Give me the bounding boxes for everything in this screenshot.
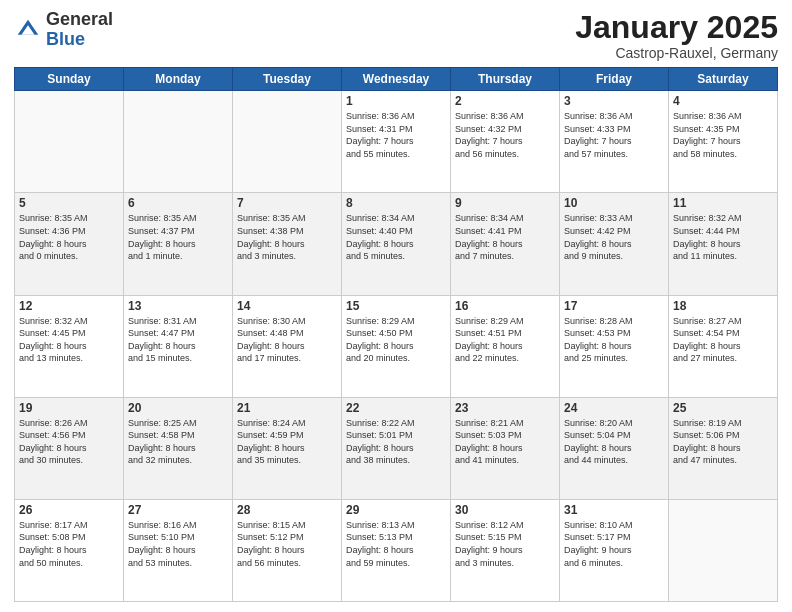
- calendar-header-tuesday: Tuesday: [233, 68, 342, 91]
- day-info: Sunrise: 8:31 AM Sunset: 4:47 PM Dayligh…: [128, 315, 228, 365]
- logo: General Blue: [14, 10, 113, 50]
- calendar-cell: 8Sunrise: 8:34 AM Sunset: 4:40 PM Daylig…: [342, 193, 451, 295]
- day-number: 12: [19, 299, 119, 313]
- logo-general: General: [46, 9, 113, 29]
- calendar-cell: 21Sunrise: 8:24 AM Sunset: 4:59 PM Dayli…: [233, 397, 342, 499]
- day-number: 28: [237, 503, 337, 517]
- day-number: 27: [128, 503, 228, 517]
- day-number: 7: [237, 196, 337, 210]
- day-number: 15: [346, 299, 446, 313]
- calendar-cell: 7Sunrise: 8:35 AM Sunset: 4:38 PM Daylig…: [233, 193, 342, 295]
- logo-icon: [14, 16, 42, 44]
- day-number: 25: [673, 401, 773, 415]
- calendar-week-row: 26Sunrise: 8:17 AM Sunset: 5:08 PM Dayli…: [15, 499, 778, 601]
- calendar-header-monday: Monday: [124, 68, 233, 91]
- day-number: 31: [564, 503, 664, 517]
- day-info: Sunrise: 8:29 AM Sunset: 4:51 PM Dayligh…: [455, 315, 555, 365]
- day-info: Sunrise: 8:13 AM Sunset: 5:13 PM Dayligh…: [346, 519, 446, 569]
- day-number: 2: [455, 94, 555, 108]
- calendar-cell: 12Sunrise: 8:32 AM Sunset: 4:45 PM Dayli…: [15, 295, 124, 397]
- calendar-cell: 26Sunrise: 8:17 AM Sunset: 5:08 PM Dayli…: [15, 499, 124, 601]
- calendar-week-row: 1Sunrise: 8:36 AM Sunset: 4:31 PM Daylig…: [15, 91, 778, 193]
- day-info: Sunrise: 8:27 AM Sunset: 4:54 PM Dayligh…: [673, 315, 773, 365]
- calendar-cell: 31Sunrise: 8:10 AM Sunset: 5:17 PM Dayli…: [560, 499, 669, 601]
- day-number: 17: [564, 299, 664, 313]
- calendar-cell: 17Sunrise: 8:28 AM Sunset: 4:53 PM Dayli…: [560, 295, 669, 397]
- day-number: 14: [237, 299, 337, 313]
- calendar-week-row: 19Sunrise: 8:26 AM Sunset: 4:56 PM Dayli…: [15, 397, 778, 499]
- day-number: 10: [564, 196, 664, 210]
- day-info: Sunrise: 8:22 AM Sunset: 5:01 PM Dayligh…: [346, 417, 446, 467]
- calendar-cell: 15Sunrise: 8:29 AM Sunset: 4:50 PM Dayli…: [342, 295, 451, 397]
- logo-text: General Blue: [46, 10, 113, 50]
- location: Castrop-Rauxel, Germany: [575, 45, 778, 61]
- calendar-cell: 9Sunrise: 8:34 AM Sunset: 4:41 PM Daylig…: [451, 193, 560, 295]
- day-number: 26: [19, 503, 119, 517]
- calendar-cell: 18Sunrise: 8:27 AM Sunset: 4:54 PM Dayli…: [669, 295, 778, 397]
- calendar-cell: 23Sunrise: 8:21 AM Sunset: 5:03 PM Dayli…: [451, 397, 560, 499]
- day-number: 16: [455, 299, 555, 313]
- day-info: Sunrise: 8:35 AM Sunset: 4:36 PM Dayligh…: [19, 212, 119, 262]
- calendar-cell: 19Sunrise: 8:26 AM Sunset: 4:56 PM Dayli…: [15, 397, 124, 499]
- calendar-cell: 10Sunrise: 8:33 AM Sunset: 4:42 PM Dayli…: [560, 193, 669, 295]
- day-info: Sunrise: 8:35 AM Sunset: 4:38 PM Dayligh…: [237, 212, 337, 262]
- day-info: Sunrise: 8:35 AM Sunset: 4:37 PM Dayligh…: [128, 212, 228, 262]
- day-info: Sunrise: 8:12 AM Sunset: 5:15 PM Dayligh…: [455, 519, 555, 569]
- day-info: Sunrise: 8:28 AM Sunset: 4:53 PM Dayligh…: [564, 315, 664, 365]
- day-number: 30: [455, 503, 555, 517]
- day-number: 21: [237, 401, 337, 415]
- day-info: Sunrise: 8:32 AM Sunset: 4:45 PM Dayligh…: [19, 315, 119, 365]
- day-number: 8: [346, 196, 446, 210]
- header: General Blue January 2025 Castrop-Rauxel…: [14, 10, 778, 61]
- day-info: Sunrise: 8:20 AM Sunset: 5:04 PM Dayligh…: [564, 417, 664, 467]
- day-number: 1: [346, 94, 446, 108]
- day-number: 20: [128, 401, 228, 415]
- calendar-cell: 6Sunrise: 8:35 AM Sunset: 4:37 PM Daylig…: [124, 193, 233, 295]
- day-info: Sunrise: 8:21 AM Sunset: 5:03 PM Dayligh…: [455, 417, 555, 467]
- title-block: January 2025 Castrop-Rauxel, Germany: [575, 10, 778, 61]
- day-number: 6: [128, 196, 228, 210]
- day-info: Sunrise: 8:25 AM Sunset: 4:58 PM Dayligh…: [128, 417, 228, 467]
- day-info: Sunrise: 8:33 AM Sunset: 4:42 PM Dayligh…: [564, 212, 664, 262]
- calendar-cell: [669, 499, 778, 601]
- calendar-week-row: 5Sunrise: 8:35 AM Sunset: 4:36 PM Daylig…: [15, 193, 778, 295]
- calendar-cell: 30Sunrise: 8:12 AM Sunset: 5:15 PM Dayli…: [451, 499, 560, 601]
- calendar-cell: 24Sunrise: 8:20 AM Sunset: 5:04 PM Dayli…: [560, 397, 669, 499]
- calendar-header-saturday: Saturday: [669, 68, 778, 91]
- calendar-cell: 29Sunrise: 8:13 AM Sunset: 5:13 PM Dayli…: [342, 499, 451, 601]
- day-info: Sunrise: 8:30 AM Sunset: 4:48 PM Dayligh…: [237, 315, 337, 365]
- calendar-cell: 13Sunrise: 8:31 AM Sunset: 4:47 PM Dayli…: [124, 295, 233, 397]
- calendar-cell: 16Sunrise: 8:29 AM Sunset: 4:51 PM Dayli…: [451, 295, 560, 397]
- calendar-cell: 3Sunrise: 8:36 AM Sunset: 4:33 PM Daylig…: [560, 91, 669, 193]
- day-info: Sunrise: 8:26 AM Sunset: 4:56 PM Dayligh…: [19, 417, 119, 467]
- day-number: 19: [19, 401, 119, 415]
- day-info: Sunrise: 8:36 AM Sunset: 4:32 PM Dayligh…: [455, 110, 555, 160]
- day-info: Sunrise: 8:15 AM Sunset: 5:12 PM Dayligh…: [237, 519, 337, 569]
- day-number: 4: [673, 94, 773, 108]
- calendar-cell: [15, 91, 124, 193]
- day-number: 13: [128, 299, 228, 313]
- day-info: Sunrise: 8:24 AM Sunset: 4:59 PM Dayligh…: [237, 417, 337, 467]
- day-info: Sunrise: 8:36 AM Sunset: 4:31 PM Dayligh…: [346, 110, 446, 160]
- calendar-header-wednesday: Wednesday: [342, 68, 451, 91]
- day-info: Sunrise: 8:32 AM Sunset: 4:44 PM Dayligh…: [673, 212, 773, 262]
- day-number: 18: [673, 299, 773, 313]
- day-info: Sunrise: 8:19 AM Sunset: 5:06 PM Dayligh…: [673, 417, 773, 467]
- calendar-week-row: 12Sunrise: 8:32 AM Sunset: 4:45 PM Dayli…: [15, 295, 778, 397]
- day-info: Sunrise: 8:36 AM Sunset: 4:33 PM Dayligh…: [564, 110, 664, 160]
- day-number: 23: [455, 401, 555, 415]
- calendar-cell: 1Sunrise: 8:36 AM Sunset: 4:31 PM Daylig…: [342, 91, 451, 193]
- calendar-cell: 20Sunrise: 8:25 AM Sunset: 4:58 PM Dayli…: [124, 397, 233, 499]
- calendar-cell: [233, 91, 342, 193]
- day-info: Sunrise: 8:29 AM Sunset: 4:50 PM Dayligh…: [346, 315, 446, 365]
- calendar-header-row: SundayMondayTuesdayWednesdayThursdayFrid…: [15, 68, 778, 91]
- calendar-cell: 22Sunrise: 8:22 AM Sunset: 5:01 PM Dayli…: [342, 397, 451, 499]
- day-number: 11: [673, 196, 773, 210]
- day-number: 9: [455, 196, 555, 210]
- page: General Blue January 2025 Castrop-Rauxel…: [0, 0, 792, 612]
- day-number: 3: [564, 94, 664, 108]
- calendar-cell: 14Sunrise: 8:30 AM Sunset: 4:48 PM Dayli…: [233, 295, 342, 397]
- calendar-table: SundayMondayTuesdayWednesdayThursdayFrid…: [14, 67, 778, 602]
- day-info: Sunrise: 8:36 AM Sunset: 4:35 PM Dayligh…: [673, 110, 773, 160]
- day-info: Sunrise: 8:34 AM Sunset: 4:41 PM Dayligh…: [455, 212, 555, 262]
